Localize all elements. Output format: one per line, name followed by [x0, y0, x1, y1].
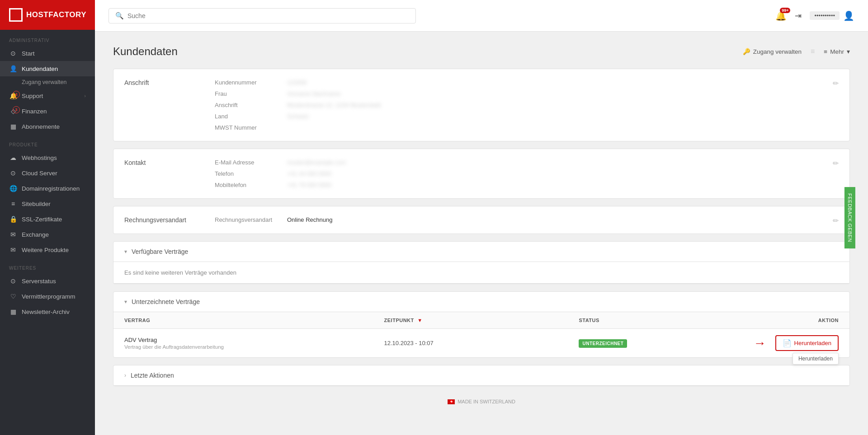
- kontakt-section: Kontakt E-Mail Adresse muster@example.co…: [113, 149, 849, 198]
- rechnungsversandart-title: Rechnungsversandart: [124, 216, 215, 224]
- feedback-tab[interactable]: FEEDBACK GEBEN: [844, 187, 855, 248]
- sidebar-item-start[interactable]: ⊙ Start: [0, 46, 95, 61]
- sidebar-item-label: Vermittlerprogramm: [22, 293, 75, 300]
- sidebar-item-label: SSL-Zertifikate: [22, 216, 62, 223]
- vertrag-sub: Vertrag über die Auftragsdatenverarbeitu…: [124, 344, 384, 350]
- sidebar-item-serverstatus[interactable]: ⊙ Serverstatus: [0, 273, 95, 289]
- abonnemente-icon: ▦: [9, 123, 17, 130]
- key-icon: 🔑: [743, 48, 750, 55]
- anschrift-label: Anschrift: [215, 102, 287, 108]
- sidebar-item-support[interactable]: 🔔 4 Support ›: [0, 88, 95, 103]
- field-row-land: Land Schweiz: [215, 113, 839, 120]
- verfuegbare-vertraege-header[interactable]: ▾ Verfügbare Verträge: [113, 242, 849, 262]
- sidebar-item-ssl[interactable]: 🔒 SSL-Zertifikate: [0, 211, 95, 227]
- start-icon: ⊙: [9, 50, 17, 57]
- kontakt-fields: E-Mail Adresse muster@example.com Telefo…: [215, 159, 839, 188]
- user-area[interactable]: •••••••••• 👤: [810, 10, 854, 21]
- sidebar-item-label: Newsletter-Archiv: [22, 309, 70, 315]
- globe-icon: 🌐: [9, 185, 17, 192]
- th-aktion: AKTION: [709, 318, 839, 323]
- unterzeichnete-vertraege-title: Unterzeichnete Verträge: [132, 298, 200, 305]
- letzte-aktionen-header[interactable]: › Letzte Aktionen: [113, 365, 849, 386]
- rechnungsversandart-section: Rechnungsversandart Rechnungsversandart …: [113, 206, 849, 234]
- sidebar-item-label: Abonnemente: [22, 123, 60, 130]
- sidebar-item-label: Start: [22, 50, 35, 57]
- name-label: Frau: [215, 90, 287, 97]
- field-row-anschrift: Anschrift Musterstrasse 12, 1234 Musters…: [215, 102, 839, 108]
- td-status: UNTERZEICHNET: [579, 339, 708, 348]
- kundennummer-label: Kundennummer: [215, 79, 287, 86]
- anschrift-fields: Kundennummer 123456 Frau Vorname Nachnam…: [215, 79, 839, 131]
- table-header: VERTRAG ZEITPUNKT ▼ STATUS AKTION: [113, 312, 849, 329]
- logout-icon[interactable]: ⇥: [795, 11, 802, 21]
- sidebar-subitem-zugang[interactable]: Zugang verwalten: [0, 76, 95, 88]
- finanzen-badge: 3: [13, 106, 20, 113]
- action-divider: ≡: [811, 47, 815, 56]
- sidebar-item-finanzen[interactable]: ◇ 3 Finanzen: [0, 103, 95, 119]
- field-row-mobiltelefon: Mobiltelefon +41 79 000 0000: [215, 182, 839, 188]
- search-input[interactable]: [127, 12, 409, 19]
- sidebar-item-kundendaten[interactable]: 👤 Kundendaten: [0, 61, 95, 76]
- logo[interactable]: HOSTFACTORY: [0, 0, 95, 30]
- sitebuilder-icon: ≡: [9, 200, 17, 207]
- rechnungsversandart-value: Online Rechnung: [287, 216, 332, 223]
- notification-button[interactable]: 🔔 99+: [775, 10, 787, 21]
- td-aktion: → 📄 Herunterladen Herunterladen: [709, 335, 839, 351]
- sidebar-item-sitebuilder[interactable]: ≡ Sitebuilder: [0, 196, 95, 211]
- sidebar-item-weitere[interactable]: ✉ Weitere Produkte: [0, 242, 95, 257]
- annotation-arrow: →: [754, 336, 766, 351]
- rechnungsversandart-fields: Rechnungsversandart Online Rechnung: [215, 216, 839, 223]
- sidebar-item-label: Sitebuilder: [22, 201, 51, 207]
- logo-icon: [9, 8, 23, 22]
- table-row: ADV Vertrag Vertrag über die Auftragsdat…: [113, 329, 849, 357]
- kontakt-title: Kontakt: [124, 159, 215, 166]
- unterzeichnete-vertraege-header[interactable]: ▾ Unterzeichnete Verträge: [113, 292, 849, 312]
- sidebar-item-webhostings[interactable]: ☁ Webhostings: [0, 150, 95, 165]
- collapse-icon-2: ▾: [124, 299, 127, 305]
- sidebar-item-abonnemente[interactable]: ▦ Abonnemente: [0, 119, 95, 134]
- zugang-verwalten-link[interactable]: 🔑 Zugang verwalten: [743, 48, 802, 55]
- sidebar-item-domainregistrationen[interactable]: 🌐 Domainregistrationen: [0, 181, 95, 196]
- user-avatar-icon: 👤: [843, 10, 854, 21]
- anschrift-edit-icon[interactable]: ✏: [833, 79, 839, 88]
- telefon-label: Telefon: [215, 170, 287, 177]
- anschrift-title: Anschrift: [124, 79, 215, 86]
- download-button[interactable]: 📄 Herunterladen: [775, 335, 839, 351]
- lock-icon: 🔒: [9, 215, 17, 223]
- th-zeitpunkt: ZEITPUNKT ▼: [384, 318, 579, 323]
- kontakt-edit-icon[interactable]: ✏: [833, 159, 839, 168]
- chevron-right-icon: ›: [84, 93, 86, 98]
- sidebar-item-label: Cloud Server: [22, 170, 57, 177]
- rechnungsversandart-card: Rechnungsversandart Rechnungsversandart …: [113, 206, 850, 234]
- sidebar-item-cloudserver[interactable]: ⊙ Cloud Server: [0, 165, 95, 181]
- page-actions: 🔑 Zugang verwalten ≡ ≡ Mehr ▾: [743, 47, 850, 56]
- download-tooltip: Herunterladen: [793, 353, 839, 365]
- field-row-rechnungsversandart: Rechnungsversandart Online Rechnung: [215, 216, 839, 223]
- mehr-icon: ≡: [824, 48, 827, 55]
- collapse-icon: ▾: [124, 248, 127, 255]
- anschrift-value: Musterstrasse 12, 1234 Musterstadt: [287, 102, 381, 108]
- cloud-icon: ☁: [9, 154, 17, 161]
- sidebar-item-exchange[interactable]: ✉ Exchange: [0, 227, 95, 242]
- mehr-link[interactable]: ≡ Mehr ▾: [824, 48, 850, 55]
- weitere-icon: ✉: [9, 246, 17, 253]
- td-vertrag: ADV Vertrag Vertrag über die Auftragsdat…: [124, 337, 384, 350]
- search-wrapper[interactable]: 🔍: [108, 8, 416, 23]
- sidebar-item-vermittler[interactable]: ♡ Vermittlerprogramm: [0, 289, 95, 304]
- page-title: Kundendaten: [113, 45, 178, 58]
- land-label: Land: [215, 113, 287, 120]
- mwst-label: MWST Nummer: [215, 124, 287, 131]
- sort-icon[interactable]: ▼: [417, 318, 422, 323]
- sidebar-item-label: Webhostings: [22, 154, 57, 161]
- th-status: STATUS: [579, 318, 708, 323]
- field-row-name: Frau Vorname Nachname: [215, 90, 839, 97]
- sidebar-item-newsletter[interactable]: ▦ Newsletter-Archiv: [0, 304, 95, 319]
- rechnungsversandart-edit-icon[interactable]: ✏: [833, 216, 839, 225]
- logo-text: HOSTFACTORY: [26, 10, 86, 19]
- topbar-icons: 🔔 99+ ⇥ •••••••••• 👤: [775, 10, 854, 21]
- chevron-down-icon: ▾: [847, 48, 850, 55]
- email-label: E-Mail Adresse: [215, 159, 287, 166]
- notification-count: 99+: [780, 8, 790, 13]
- pdf-icon: 📄: [783, 339, 792, 347]
- verfuegbare-vertraege-content: Es sind keine weiteren Verträge vorhande…: [113, 262, 849, 284]
